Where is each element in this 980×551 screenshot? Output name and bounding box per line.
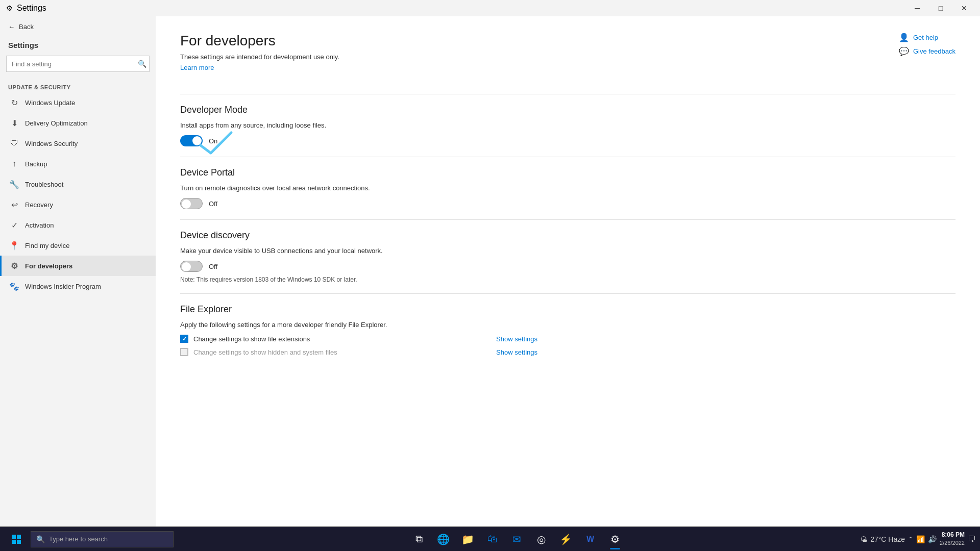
sidebar-item-label: Recovery [25,201,53,209]
troubleshoot-icon: 🔧 [10,180,19,189]
show-settings-link-hidden[interactable]: Show settings [496,348,537,356]
taskbar-file-explorer[interactable]: 📁 [457,528,479,550]
device-discovery-toggle-label: Off [209,263,217,270]
edge-icon: 🌐 [437,533,450,545]
give-feedback-label: Give feedback [913,47,955,55]
developer-mode-toggle-row: On [180,135,955,146]
for-developers-icon: ⚙ [10,261,19,270]
sidebar-item-windows-update[interactable]: ↻ Windows Update [0,92,156,113]
sidebar-item-for-developers[interactable]: ⚙ For developers [0,256,156,276]
store-icon: 🛍 [487,533,498,545]
svg-rect-1 [17,535,21,539]
taskbar-search-bar[interactable]: 🔍 Type here to search [31,531,174,547]
sidebar-item-recovery[interactable]: ↩ Recovery [0,194,156,215]
content-main: For developers These settings are intend… [180,33,339,84]
windows-security-icon: 🛡 [10,139,19,148]
show-hidden-left: Change settings to show hidden and syste… [180,348,337,356]
backup-icon: ↑ [10,159,19,168]
taskbar-clock[interactable]: 8:06 PM 2/26/2022 [940,531,965,547]
developer-mode-desc: Install apps from any source, including … [180,121,955,129]
sidebar-item-label: For developers [25,262,72,270]
settings-icon: ⚙ [6,4,13,12]
svg-rect-3 [17,540,21,544]
taskbar-chrome[interactable]: ◎ [530,528,553,550]
sidebar-item-windows-security[interactable]: 🛡 Windows Security [0,133,156,154]
recovery-icon: ↩ [10,200,19,209]
notification-icon: 🗨 [968,535,976,543]
task-view-icon: ⧉ [415,533,423,545]
taskbar-settings[interactable]: ⚙ [604,528,626,550]
content-header: For developers These settings are intend… [180,33,955,84]
titlebar-controls: ─ □ ✕ [905,0,976,16]
device-portal-toggle[interactable] [180,198,203,209]
search-input[interactable] [6,56,150,72]
device-discovery-toggle-row: Off [180,261,955,272]
give-feedback-link[interactable]: 💬 Give feedback [899,46,955,56]
minimize-button[interactable]: ─ [905,0,929,16]
sidebar-item-delivery-optimization[interactable]: ⬇ Delivery Optimization [0,113,156,133]
taskbar-store[interactable]: 🛍 [481,528,504,550]
sidebar-item-activation[interactable]: ✓ Activation [0,215,156,235]
developer-mode-title: Developer Mode [180,105,955,115]
sidebar-item-backup[interactable]: ↑ Backup [0,154,156,174]
taskbar-edge[interactable]: 🌐 [432,528,455,550]
developer-mode-toggle-label: On [209,137,217,145]
sidebar-item-label: Windows Insider Program [25,283,101,290]
search-box: 🔍 [6,56,150,72]
file-extensions-left: ✓ Change settings to show file extension… [180,335,310,343]
volume-icon: 🔊 [928,535,937,543]
developer-mode-toggle[interactable] [180,135,203,146]
divider-3 [180,219,955,220]
maximize-button[interactable]: □ [929,0,952,16]
device-discovery-desc: Make your device visible to USB connecti… [180,247,955,255]
main-window: ← Back Settings 🔍 Update & Security ↻ Wi… [0,16,980,527]
sidebar-item-label: Windows Update [25,99,75,107]
help-links: 👤 Get help 💬 Give feedback [899,33,955,56]
sidebar-item-label: Backup [25,160,47,168]
device-portal-toggle-label: Off [209,200,217,208]
device-portal-desc: Turn on remote diagnostics over local ar… [180,184,955,192]
show-hidden-label: Change settings to show hidden and syste… [193,348,337,356]
svg-rect-2 [12,540,16,544]
close-button[interactable]: ✕ [952,0,976,16]
show-extensions-label: Change settings to show file extensions [193,335,310,343]
taskbar-task-view[interactable]: ⧉ [408,528,430,550]
learn-more-link[interactable]: Learn more [180,64,214,71]
device-portal-title: Device Portal [180,167,955,178]
sidebar-item-label: Find my device [25,242,69,249]
search-icon-button[interactable]: 🔍 [138,60,146,68]
taskbar-right: 🌤 27°C Haze ⌃ 📶 🔊 8:06 PM 2/26/2022 🗨 [860,531,976,547]
device-portal-toggle-row: Off [180,198,955,209]
sidebar-item-windows-insider[interactable]: 🐾 Windows Insider Program [0,276,156,296]
give-feedback-icon: 💬 [899,46,909,56]
windows-update-icon: ↻ [10,98,19,107]
taskbar-visual-studio[interactable]: ⚡ [555,528,577,550]
device-discovery-toggle[interactable] [180,261,203,272]
file-extensions-row: ✓ Change settings to show file extension… [180,335,537,343]
sidebar-item-troubleshoot[interactable]: 🔧 Troubleshoot [0,174,156,194]
sidebar-app-title: Settings [0,37,156,56]
show-hidden-checkbox[interactable] [180,348,188,356]
word-icon: W [586,535,594,544]
get-help-link[interactable]: 👤 Get help [899,33,955,42]
sidebar-item-find-my-device[interactable]: 📍 Find my device [0,235,156,256]
show-settings-link-extensions[interactable]: Show settings [496,335,537,343]
sidebar-item-label: Delivery Optimization [25,119,88,127]
taskbar-word[interactable]: W [579,528,602,550]
taskbar-mail[interactable]: ✉ [506,528,528,550]
back-button[interactable]: ← Back [0,16,156,37]
start-button[interactable] [4,527,29,552]
taskbar-system-icons: 🌤 27°C Haze ⌃ 📶 🔊 [860,535,937,543]
mail-icon: ✉ [512,533,521,545]
divider-4 [180,293,955,294]
windows-insider-icon: 🐾 [10,282,19,291]
windows-logo-icon [12,535,21,544]
notification-button[interactable]: 🗨 [968,535,976,544]
divider-1 [180,94,955,94]
toggle-thumb [182,199,191,209]
weather-icon: 🌤 [860,535,867,543]
get-help-icon: 👤 [899,33,909,42]
show-extensions-checkbox[interactable]: ✓ [180,335,188,343]
delivery-optimization-icon: ⬇ [10,118,19,128]
sidebar-section-label: Update & Security [0,80,156,92]
